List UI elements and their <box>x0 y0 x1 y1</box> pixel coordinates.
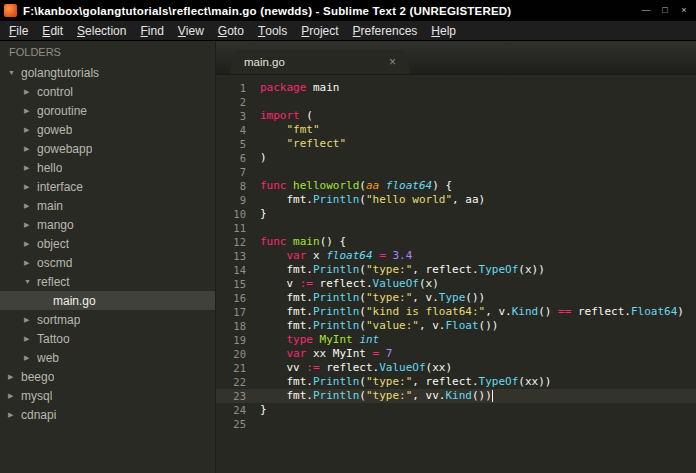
folder-item-mysql[interactable]: ▶mysql <box>0 386 215 405</box>
expand-arrow-icon[interactable]: ▶ <box>24 259 37 267</box>
file-item-main-go[interactable]: main.go <box>0 291 215 310</box>
tree-item-label: gowebapp <box>37 142 92 156</box>
expand-arrow-icon[interactable]: ▶ <box>24 107 37 115</box>
code-line-18[interactable]: 18 fmt.Println("value:", v.Float()) <box>216 319 696 333</box>
expand-arrow-icon[interactable]: ▶ <box>24 145 37 153</box>
expand-arrow-icon[interactable]: ▶ <box>24 164 37 172</box>
code-line-20[interactable]: 20 var xx MyInt = 7 <box>216 347 696 361</box>
code-line-5[interactable]: 5 "reflect" <box>216 137 696 151</box>
collapse-arrow-icon[interactable]: ▼ <box>8 69 21 76</box>
folder-item-main[interactable]: ▶main <box>0 196 215 215</box>
folder-item-tattoo[interactable]: ▶Tattoo <box>0 329 215 348</box>
folder-item-golangtutorials[interactable]: ▼golangtutorials <box>0 63 215 82</box>
menu-goto[interactable]: Goto <box>211 21 251 40</box>
expand-arrow-icon[interactable]: ▶ <box>8 411 21 419</box>
line-number: 13 <box>216 249 246 263</box>
folder-item-cdnapi[interactable]: ▶cdnapi <box>0 405 215 424</box>
tree-item-label: control <box>37 85 73 99</box>
code-line-9[interactable]: 9 fmt.Println("hello world", aa) <box>216 193 696 207</box>
menu-preferences[interactable]: Preferences <box>346 21 425 40</box>
code-line-23[interactable]: 23 fmt.Println("type:", vv.Kind()) <box>216 389 696 403</box>
expand-arrow-icon[interactable]: ▶ <box>24 202 37 210</box>
tab-main-go[interactable]: main.go × <box>229 50 411 74</box>
line-number: 7 <box>216 165 246 179</box>
code-line-21[interactable]: 21 vv := reflect.ValueOf(xx) <box>216 361 696 375</box>
folder-item-sortmap[interactable]: ▶sortmap <box>0 310 215 329</box>
code-line-25[interactable]: 25 <box>216 417 696 431</box>
line-number: 11 <box>216 221 246 235</box>
tree-item-label: cdnapi <box>21 408 56 422</box>
close-tab-icon[interactable]: × <box>389 55 396 69</box>
code-line-3[interactable]: 3import ( <box>216 109 696 123</box>
code-text: fmt.Println("kind is float64:", v.Kind()… <box>246 305 684 319</box>
code-line-4[interactable]: 4 "fmt" <box>216 123 696 137</box>
close-button[interactable]: × <box>676 4 692 18</box>
folder-item-goroutine[interactable]: ▶goroutine <box>0 101 215 120</box>
maximize-button[interactable]: □ <box>657 4 673 18</box>
collapse-arrow-icon[interactable]: ▼ <box>24 278 37 285</box>
line-number: 4 <box>216 123 246 137</box>
code-line-2[interactable]: 2 <box>216 95 696 109</box>
code-line-7[interactable]: 7 <box>216 165 696 179</box>
code-line-14[interactable]: 14 fmt.Println("type:", reflect.TypeOf(x… <box>216 263 696 277</box>
code-line-11[interactable]: 11 <box>216 221 696 235</box>
expand-arrow-icon[interactable]: ▶ <box>8 373 21 381</box>
code-text: func main() { <box>246 235 346 249</box>
menu-file[interactable]: File <box>2 21 35 40</box>
line-number: 14 <box>216 263 246 277</box>
folder-item-gowebapp[interactable]: ▶gowebapp <box>0 139 215 158</box>
folder-item-beego[interactable]: ▶beego <box>0 367 215 386</box>
expand-arrow-icon[interactable]: ▶ <box>24 316 37 324</box>
code-editor[interactable]: 1package main23import (4 "fmt"5 "reflect… <box>216 75 696 473</box>
tree-item-label: reflect <box>37 275 70 289</box>
expand-arrow-icon[interactable]: ▶ <box>24 221 37 229</box>
tree-item-label: interface <box>37 180 83 194</box>
expand-arrow-icon[interactable]: ▶ <box>24 88 37 96</box>
code-line-15[interactable]: 15 v := reflect.ValueOf(x) <box>216 277 696 291</box>
menu-view[interactable]: View <box>171 21 211 40</box>
line-number: 6 <box>216 151 246 165</box>
line-number: 18 <box>216 319 246 333</box>
code-line-8[interactable]: 8func helloworld(aa float64) { <box>216 179 696 193</box>
menu-help[interactable]: Help <box>424 21 463 40</box>
expand-arrow-icon[interactable]: ▶ <box>24 240 37 248</box>
menu-selection[interactable]: Selection <box>70 21 133 40</box>
text-cursor <box>492 390 493 402</box>
code-line-12[interactable]: 12func main() { <box>216 235 696 249</box>
line-number: 8 <box>216 179 246 193</box>
folder-item-goweb[interactable]: ▶goweb <box>0 120 215 139</box>
menu-find[interactable]: Find <box>133 21 170 40</box>
code-line-19[interactable]: 19 type MyInt int <box>216 333 696 347</box>
folder-item-interface[interactable]: ▶interface <box>0 177 215 196</box>
folder-item-oscmd[interactable]: ▶oscmd <box>0 253 215 272</box>
code-text: fmt.Println("type:", vv.Kind()) <box>246 389 493 403</box>
code-line-22[interactable]: 22 fmt.Println("type:", reflect.TypeOf(x… <box>216 375 696 389</box>
expand-arrow-icon[interactable]: ▶ <box>24 354 37 362</box>
folder-item-object[interactable]: ▶object <box>0 234 215 253</box>
menu-tools[interactable]: Tools <box>251 21 294 40</box>
minimize-button[interactable]: — <box>638 4 654 18</box>
folder-item-control[interactable]: ▶control <box>0 82 215 101</box>
line-number: 25 <box>216 417 246 431</box>
expand-arrow-icon[interactable]: ▶ <box>24 335 37 343</box>
expand-arrow-icon[interactable]: ▶ <box>24 183 37 191</box>
code-line-13[interactable]: 13 var x float64 = 3.4 <box>216 249 696 263</box>
folder-item-web[interactable]: ▶web <box>0 348 215 367</box>
expand-arrow-icon[interactable]: ▶ <box>8 392 21 400</box>
title-bar[interactable]: F:\kanbox\golangtutorials\reflect\main.g… <box>0 0 696 21</box>
code-line-24[interactable]: 24} <box>216 403 696 417</box>
folder-item-reflect[interactable]: ▼reflect <box>0 272 215 291</box>
expand-arrow-icon[interactable]: ▶ <box>24 126 37 134</box>
code-line-1[interactable]: 1package main <box>216 81 696 95</box>
code-line-6[interactable]: 6) <box>216 151 696 165</box>
code-line-17[interactable]: 17 fmt.Println("kind is float64:", v.Kin… <box>216 305 696 319</box>
line-number: 17 <box>216 305 246 319</box>
folder-item-mango[interactable]: ▶mango <box>0 215 215 234</box>
code-line-16[interactable]: 16 fmt.Println("type:", v.Type()) <box>216 291 696 305</box>
menu-project[interactable]: Project <box>294 21 345 40</box>
menu-edit[interactable]: Edit <box>35 21 70 40</box>
code-text: import ( <box>246 109 313 123</box>
code-line-10[interactable]: 10} <box>216 207 696 221</box>
code-text: fmt.Println("value:", v.Float()) <box>246 319 498 333</box>
folder-item-hello[interactable]: ▶hello <box>0 158 215 177</box>
